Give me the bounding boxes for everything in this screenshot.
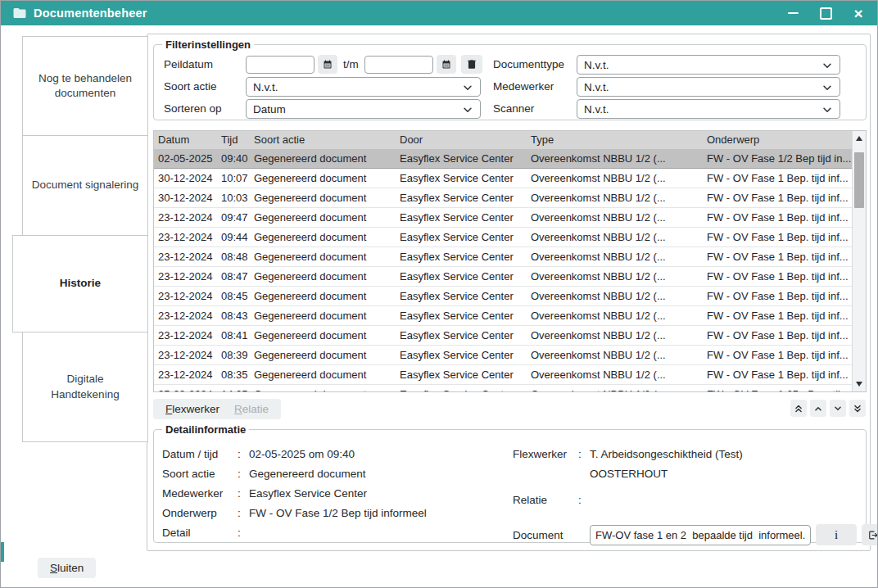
cell-onderwerp: FW - OV Fase 1 Bep. tijd inf...	[703, 208, 852, 227]
detail-row-detail: Detail :	[162, 522, 427, 542]
tab-label: Document signalering	[32, 178, 139, 192]
detail-row-medewerker: Medewerker : Easyflex Service Center	[162, 483, 427, 503]
cell-soort-actie: Gegenereerd document	[250, 247, 396, 266]
table-row[interactable]: 23-12-2024 08:35 Gegenereerd document Ea…	[154, 365, 852, 385]
cell-datum: 23-12-2024	[154, 247, 217, 266]
peildatum-to-input[interactable]	[364, 56, 433, 74]
column-header-soort-actie[interactable]: Soort actie	[250, 131, 396, 149]
scanner-select[interactable]: N.v.t.	[577, 99, 840, 119]
detail-left-column: Datum / tijd : 02-05-2025 om 09:40 Soort…	[162, 444, 427, 542]
sorteren-op-select[interactable]: Datum	[246, 99, 481, 119]
detail-label: Flexwerker	[513, 448, 578, 460]
document-name-input[interactable]	[590, 525, 811, 545]
peildatum-label: Peildatum	[164, 58, 213, 70]
clear-dates-button[interactable]	[461, 55, 482, 74]
cell-datum: 23-12-2024	[154, 346, 217, 364]
tab-historie[interactable]: Historie	[12, 235, 148, 332]
documenttype-value: N.v.t.	[584, 59, 609, 71]
sluiten-button[interactable]: Sluiten	[38, 558, 96, 578]
cell-tijd: 09:44	[217, 228, 250, 247]
cell-onderwerp: FW - OV Fase 1 Bep. tijd inf...	[703, 188, 852, 207]
table-row[interactable]: 23-12-2024 09:44 Gegenereerd document Ea…	[154, 228, 852, 247]
table-row[interactable]: 23-12-2024 08:47 Gegenereerd document Ea…	[154, 267, 852, 287]
table-row[interactable]: 23-12-2024 09:47 Gegenereerd document Ea…	[154, 208, 852, 228]
first-record-button[interactable]	[790, 400, 807, 417]
cell-type: Overeenkomst NBBU 1/2 (...	[527, 385, 703, 391]
open-document-button[interactable]	[862, 524, 878, 545]
filter-settings-group: Filterinstellingen Peildatum t/m Documen…	[153, 38, 867, 120]
cell-door: Easyflex Service Center	[396, 228, 527, 247]
cell-datum: 23-12-2024	[154, 208, 217, 227]
cell-door: Easyflex Service Center	[396, 365, 527, 384]
cell-type: Overeenkomst NBBU 1/2 (...	[527, 365, 703, 384]
table-row[interactable]: 23-12-2024 08:39 Gegenereerd document Ea…	[154, 346, 852, 365]
column-header-datum[interactable]: Datum	[154, 131, 217, 149]
column-header-type[interactable]: Type	[527, 131, 703, 149]
table-scrollbar[interactable]	[852, 131, 866, 391]
table-header-row: Datum Tijd Soort actie Door Type Onderwe…	[154, 131, 866, 150]
window-title: Documentenbeheer	[34, 7, 147, 20]
cell-onderwerp: FW - OV Fase 1 Bep. tijd inf...	[703, 346, 852, 364]
table-row[interactable]: 30-12-2024 10:07 Gegenereerd document Ea…	[154, 169, 852, 188]
cell-onderwerp: FW - OV Fase 1 Bep. tijd inf...	[703, 287, 852, 305]
cell-soort-actie: Gegenereerd document	[250, 149, 396, 168]
scrollbar-thumb[interactable]	[854, 152, 864, 208]
scanner-label: Scanner	[493, 102, 534, 115]
calendar-to-button[interactable]	[437, 55, 456, 74]
relatie-button[interactable]: Relatie	[222, 399, 281, 419]
cell-door: Easyflex Service Center	[396, 267, 527, 286]
tm-label: t/m	[341, 58, 361, 70]
last-record-button[interactable]	[849, 400, 866, 417]
scroll-up-button[interactable]	[853, 131, 866, 146]
detail-row-relatie: Relatie :	[513, 490, 590, 509]
flexwerker-city-value: OOSTERHOUT	[590, 464, 668, 483]
scroll-down-button[interactable]	[853, 377, 866, 391]
tab-digitale-handtekening[interactable]: Digitale Handtekening	[22, 332, 148, 442]
table-row[interactable]: 23-12-2024 08:45 Gegenereerd document Ea…	[154, 287, 852, 306]
cell-tijd: 08:39	[217, 346, 250, 364]
medewerker-value: N.v.t.	[584, 81, 609, 93]
previous-record-button[interactable]	[810, 400, 826, 417]
document-info-button[interactable]: i	[816, 524, 857, 545]
cell-door: Easyflex Service Center	[396, 385, 527, 391]
next-record-button[interactable]	[830, 400, 846, 417]
table-row[interactable]: 23-12-2024 08:43 Gegenereerd document Ea…	[154, 306, 852, 326]
soort-actie-select[interactable]: N.v.t.	[246, 77, 481, 97]
medewerker-select[interactable]: N.v.t.	[577, 77, 840, 97]
medewerker-label: Medewerker	[493, 80, 554, 93]
cell-onderwerp: FW - OV Fase 1 Bep. tijd inf...	[703, 306, 852, 325]
column-header-tijd[interactable]: Tijd	[217, 131, 250, 149]
table-row[interactable]: 23-12-2024 08:48 Gegenereerd document Ea…	[154, 247, 852, 267]
cell-type: Overeenkomst NBBU 1/2 (...	[527, 208, 703, 227]
maximize-icon[interactable]	[817, 4, 835, 22]
cell-datum: 25-09-2024	[154, 385, 217, 391]
cell-door: Easyflex Service Center	[396, 306, 527, 325]
detail-separator: :	[238, 527, 249, 539]
flexwerker-button[interactable]: Flexwerker	[153, 399, 232, 419]
column-header-onderwerp[interactable]: Onderwerp	[703, 131, 866, 149]
detail-separator: :	[578, 494, 590, 506]
column-header-door[interactable]: Door	[396, 131, 527, 149]
window-controls: ×	[784, 1, 867, 25]
calendar-from-button[interactable]	[318, 55, 337, 74]
tab-nog-te-behandelen-documenten[interactable]: Nog te behandelen documenten	[22, 36, 148, 136]
titlebar: Documentenbeheer ×	[1, 1, 877, 25]
table-row[interactable]: 23-12-2024 08:41 Gegenereerd document Ea…	[154, 326, 852, 346]
minimize-icon[interactable]	[784, 4, 802, 22]
cell-soort-actie: Gegenereerd document	[250, 267, 396, 286]
close-icon[interactable]: ×	[849, 4, 867, 22]
cell-tijd: 09:40	[217, 149, 250, 168]
table-row[interactable]: 02-05-2025 09:40 Gegenereerd document Ea…	[154, 149, 852, 169]
scanner-value: N.v.t.	[584, 103, 609, 115]
peildatum-from-input[interactable]	[246, 56, 315, 74]
detail-row-document: Document i	[513, 524, 878, 545]
table-row[interactable]: 25-09-2024 14:05 Gegenereerd document Ea…	[154, 385, 852, 391]
chevrons-down-icon	[852, 403, 863, 414]
cell-onderwerp: FW - OV Fase 1 Bep. tijd inf...	[703, 169, 852, 188]
tab-document-signalering[interactable]: Document signalering	[22, 135, 148, 236]
documenttype-select[interactable]: N.v.t.	[577, 55, 840, 75]
table-row[interactable]: 30-12-2024 10:03 Gegenereerd document Ea…	[154, 188, 852, 208]
cell-onderwerp: FW - OV Fase 1 Bep. tijd inf...	[703, 326, 852, 345]
detail-row-onderwerp: Onderwerp : FW - OV Fase 1/2 Bep tijd in…	[162, 503, 427, 522]
cell-onderwerp: FW - OV Fase 1 65+ Bep. tij...	[703, 385, 852, 391]
